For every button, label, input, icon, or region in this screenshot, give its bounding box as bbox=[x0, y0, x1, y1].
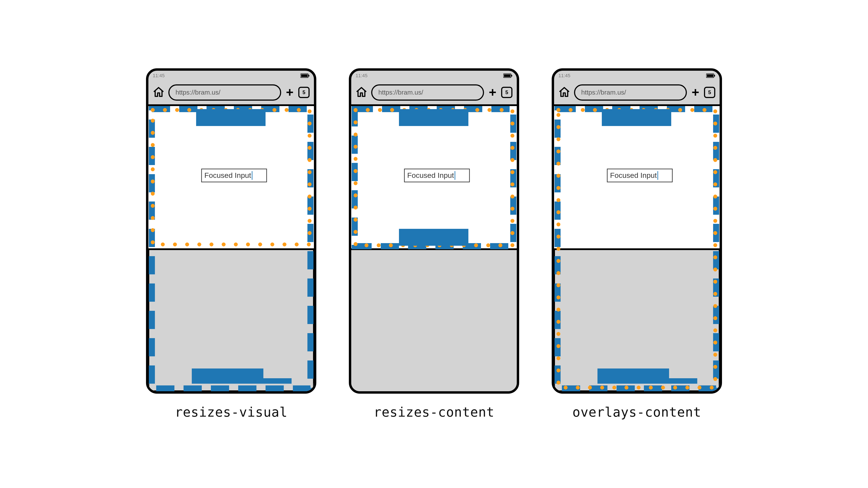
caption-overlays-content: overlays-content bbox=[572, 404, 702, 420]
url-text: https://bram.us/ bbox=[176, 89, 220, 96]
home-icon[interactable] bbox=[558, 86, 570, 99]
viewport-diagram: Focused Input bbox=[148, 106, 314, 391]
status-bar: 11:45 bbox=[148, 71, 314, 80]
svg-rect-6 bbox=[192, 368, 264, 384]
svg-rect-14 bbox=[512, 75, 512, 76]
tab-count-button[interactable]: 5 bbox=[501, 87, 513, 98]
viewport-area: Focused Input bbox=[148, 104, 314, 391]
tab-count-value: 5 bbox=[303, 89, 305, 95]
url-bar[interactable]: https://bram.us/ bbox=[574, 85, 687, 101]
phone-frame: 11:45 https://bram.us/ bbox=[552, 68, 722, 394]
caption-resizes-content: resizes-content bbox=[374, 404, 494, 420]
battery-icon bbox=[503, 73, 513, 78]
home-icon[interactable] bbox=[153, 86, 164, 99]
tab-count-value: 5 bbox=[708, 89, 711, 95]
svg-rect-9 bbox=[196, 109, 266, 126]
tab-count-button[interactable]: 5 bbox=[298, 87, 310, 98]
battery-icon bbox=[301, 73, 310, 78]
home-icon[interactable] bbox=[355, 86, 367, 99]
viewport-area: Focused Input bbox=[351, 104, 517, 391]
svg-rect-31 bbox=[602, 109, 671, 126]
svg-rect-32 bbox=[597, 368, 669, 384]
url-bar[interactable]: https://bram.us/ bbox=[168, 85, 281, 101]
new-tab-icon[interactable]: + bbox=[488, 86, 497, 99]
browser-toolbar: https://bram.us/ + 5 bbox=[351, 80, 517, 104]
diagram-row: 11:45 https://bram.us/ bbox=[146, 68, 722, 420]
new-tab-icon[interactable]: + bbox=[285, 86, 294, 99]
svg-rect-25 bbox=[707, 74, 713, 77]
browser-toolbar: https://bram.us/ + 5 bbox=[148, 80, 314, 104]
status-bar: 11:45 bbox=[351, 71, 517, 80]
clock: 11:45 bbox=[558, 73, 570, 78]
viewport-diagram: Focused Input bbox=[351, 106, 517, 391]
focused-input-label[interactable]: Focused Input bbox=[407, 171, 454, 180]
url-text: https://bram.us/ bbox=[378, 89, 423, 96]
column-resizes-visual: 11:45 https://bram.us/ bbox=[146, 68, 316, 420]
column-overlays-content: 11:45 https://bram.us/ bbox=[552, 68, 722, 420]
svg-rect-13 bbox=[504, 74, 510, 77]
phone-frame: 11:45 https://bram.us/ bbox=[349, 68, 519, 394]
svg-rect-7 bbox=[264, 378, 291, 384]
status-bar: 11:45 bbox=[554, 71, 720, 80]
svg-rect-21 bbox=[399, 229, 468, 246]
svg-rect-26 bbox=[714, 75, 715, 76]
viewport-area: Focused Input bbox=[554, 104, 720, 391]
svg-rect-20 bbox=[399, 109, 468, 126]
svg-rect-33 bbox=[669, 378, 697, 384]
focused-input-label[interactable]: Focused Input bbox=[204, 171, 251, 180]
phone-frame: 11:45 https://bram.us/ bbox=[146, 68, 316, 394]
tab-count-value: 5 bbox=[505, 89, 508, 95]
column-resizes-content: 11:45 https://bram.us/ bbox=[349, 68, 519, 420]
clock: 11:45 bbox=[355, 73, 368, 78]
caption-resizes-visual: resizes-visual bbox=[175, 404, 288, 420]
url-text: https://bram.us/ bbox=[581, 89, 626, 96]
browser-toolbar: https://bram.us/ + 5 bbox=[554, 80, 720, 104]
new-tab-icon[interactable]: + bbox=[691, 86, 700, 99]
url-bar[interactable]: https://bram.us/ bbox=[371, 85, 484, 101]
svg-rect-1 bbox=[301, 74, 308, 77]
svg-rect-2 bbox=[309, 75, 309, 76]
viewport-diagram: Focused Input bbox=[554, 106, 720, 391]
clock: 11:45 bbox=[153, 73, 165, 78]
battery-icon bbox=[706, 73, 715, 78]
focused-input-label[interactable]: Focused Input bbox=[610, 171, 657, 180]
tab-count-button[interactable]: 5 bbox=[704, 87, 715, 98]
